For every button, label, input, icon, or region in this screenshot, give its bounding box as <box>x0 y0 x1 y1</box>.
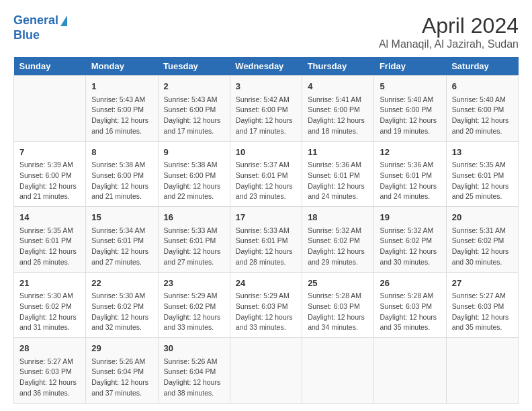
day-number: 12 <box>380 146 440 159</box>
calendar-cell <box>14 76 86 142</box>
calendar-cell: 14Sunrise: 5:35 AM Sunset: 6:01 PM Dayli… <box>14 207 86 273</box>
column-header-sunday: Sunday <box>14 57 86 76</box>
day-number: 22 <box>91 277 152 290</box>
column-header-monday: Monday <box>86 57 158 76</box>
day-number: 11 <box>308 146 368 159</box>
calendar-cell: 9Sunrise: 5:38 AM Sunset: 6:00 PM Daylig… <box>158 141 230 207</box>
calendar-body: 1Sunrise: 5:43 AM Sunset: 6:00 PM Daylig… <box>14 76 519 404</box>
day-number: 6 <box>452 80 513 93</box>
calendar-table: SundayMondayTuesdayWednesdayThursdayFrid… <box>13 57 519 404</box>
calendar-cell: 20Sunrise: 5:31 AM Sunset: 6:02 PM Dayli… <box>446 207 518 273</box>
calendar-cell: 3Sunrise: 5:42 AM Sunset: 6:00 PM Daylig… <box>230 76 302 142</box>
day-number: 3 <box>236 80 296 93</box>
calendar-cell: 17Sunrise: 5:33 AM Sunset: 6:01 PM Dayli… <box>230 207 302 273</box>
day-info: Sunrise: 5:40 AM Sunset: 6:00 PM Dayligh… <box>452 95 513 137</box>
page-subtitle: Al Manaqil, Al Jazirah, Sudan <box>379 38 519 50</box>
day-number: 26 <box>380 277 440 290</box>
column-header-friday: Friday <box>374 57 446 76</box>
day-number: 23 <box>164 277 224 290</box>
day-info: Sunrise: 5:30 AM Sunset: 6:02 PM Dayligh… <box>91 291 152 333</box>
week-row-1: 1Sunrise: 5:43 AM Sunset: 6:00 PM Daylig… <box>14 76 519 142</box>
day-info: Sunrise: 5:35 AM Sunset: 6:01 PM Dayligh… <box>452 160 513 202</box>
calendar-cell: 10Sunrise: 5:37 AM Sunset: 6:01 PM Dayli… <box>230 141 302 207</box>
week-row-5: 28Sunrise: 5:27 AM Sunset: 6:03 PM Dayli… <box>14 338 519 404</box>
calendar-cell: 13Sunrise: 5:35 AM Sunset: 6:01 PM Dayli… <box>446 141 518 207</box>
day-number: 18 <box>308 211 368 224</box>
day-number: 24 <box>236 277 296 290</box>
day-info: Sunrise: 5:37 AM Sunset: 6:01 PM Dayligh… <box>236 160 296 202</box>
calendar-cell: 1Sunrise: 5:43 AM Sunset: 6:00 PM Daylig… <box>86 76 158 142</box>
calendar-cell: 19Sunrise: 5:32 AM Sunset: 6:02 PM Dayli… <box>374 207 446 273</box>
logo-text: General <box>13 13 67 28</box>
calendar-cell: 16Sunrise: 5:33 AM Sunset: 6:01 PM Dayli… <box>158 207 230 273</box>
day-number: 9 <box>164 146 224 159</box>
calendar-cell: 23Sunrise: 5:29 AM Sunset: 6:02 PM Dayli… <box>158 272 230 338</box>
day-number: 27 <box>452 277 513 290</box>
day-info: Sunrise: 5:35 AM Sunset: 6:01 PM Dayligh… <box>19 226 80 268</box>
calendar-cell: 11Sunrise: 5:36 AM Sunset: 6:01 PM Dayli… <box>302 141 374 207</box>
day-info: Sunrise: 5:32 AM Sunset: 6:02 PM Dayligh… <box>380 226 440 268</box>
day-number: 20 <box>452 211 513 224</box>
day-info: Sunrise: 5:36 AM Sunset: 6:01 PM Dayligh… <box>380 160 440 202</box>
calendar-cell: 8Sunrise: 5:38 AM Sunset: 6:00 PM Daylig… <box>86 141 158 207</box>
day-info: Sunrise: 5:43 AM Sunset: 6:00 PM Dayligh… <box>91 95 152 137</box>
day-number: 29 <box>91 342 152 355</box>
week-row-4: 21Sunrise: 5:30 AM Sunset: 6:02 PM Dayli… <box>14 272 519 338</box>
day-number: 30 <box>164 342 224 355</box>
day-number: 13 <box>452 146 513 159</box>
day-number: 17 <box>236 211 296 224</box>
day-info: Sunrise: 5:38 AM Sunset: 6:00 PM Dayligh… <box>91 160 152 202</box>
calendar-cell: 2Sunrise: 5:43 AM Sunset: 6:00 PM Daylig… <box>158 76 230 142</box>
calendar-cell <box>230 338 302 404</box>
day-info: Sunrise: 5:40 AM Sunset: 6:00 PM Dayligh… <box>380 95 440 137</box>
day-info: Sunrise: 5:36 AM Sunset: 6:01 PM Dayligh… <box>308 160 368 202</box>
day-info: Sunrise: 5:32 AM Sunset: 6:02 PM Dayligh… <box>308 226 368 268</box>
calendar-cell: 24Sunrise: 5:29 AM Sunset: 6:03 PM Dayli… <box>230 272 302 338</box>
day-number: 16 <box>164 211 224 224</box>
calendar-cell: 26Sunrise: 5:28 AM Sunset: 6:03 PM Dayli… <box>374 272 446 338</box>
logo: General Blue <box>13 13 67 42</box>
calendar-cell: 18Sunrise: 5:32 AM Sunset: 6:02 PM Dayli… <box>302 207 374 273</box>
calendar-cell: 28Sunrise: 5:27 AM Sunset: 6:03 PM Dayli… <box>14 338 86 404</box>
calendar-cell: 22Sunrise: 5:30 AM Sunset: 6:02 PM Dayli… <box>86 272 158 338</box>
day-number: 4 <box>308 80 368 93</box>
day-number: 25 <box>308 277 368 290</box>
calendar-cell: 5Sunrise: 5:40 AM Sunset: 6:00 PM Daylig… <box>374 76 446 142</box>
day-number: 21 <box>19 277 80 290</box>
calendar-cell: 12Sunrise: 5:36 AM Sunset: 6:01 PM Dayli… <box>374 141 446 207</box>
day-info: Sunrise: 5:31 AM Sunset: 6:02 PM Dayligh… <box>452 226 513 268</box>
day-info: Sunrise: 5:38 AM Sunset: 6:00 PM Dayligh… <box>164 160 224 202</box>
calendar-cell: 30Sunrise: 5:26 AM Sunset: 6:04 PM Dayli… <box>158 338 230 404</box>
day-info: Sunrise: 5:43 AM Sunset: 6:00 PM Dayligh… <box>164 95 224 137</box>
calendar-cell: 21Sunrise: 5:30 AM Sunset: 6:02 PM Dayli… <box>14 272 86 338</box>
day-info: Sunrise: 5:28 AM Sunset: 6:03 PM Dayligh… <box>380 291 440 333</box>
day-number: 28 <box>19 342 80 355</box>
header: General Blue April 2024 Al Manaqil, Al J… <box>13 13 519 50</box>
day-info: Sunrise: 5:41 AM Sunset: 6:00 PM Dayligh… <box>308 95 368 137</box>
day-info: Sunrise: 5:39 AM Sunset: 6:00 PM Dayligh… <box>19 160 80 202</box>
day-info: Sunrise: 5:27 AM Sunset: 6:03 PM Dayligh… <box>19 357 80 399</box>
day-number: 19 <box>380 211 440 224</box>
day-info: Sunrise: 5:33 AM Sunset: 6:01 PM Dayligh… <box>236 226 296 268</box>
day-info: Sunrise: 5:28 AM Sunset: 6:03 PM Dayligh… <box>308 291 368 333</box>
day-number: 5 <box>380 80 440 93</box>
day-info: Sunrise: 5:30 AM Sunset: 6:02 PM Dayligh… <box>19 291 80 333</box>
day-number: 1 <box>91 80 152 93</box>
logo-text-blue: Blue <box>13 28 40 43</box>
day-info: Sunrise: 5:26 AM Sunset: 6:04 PM Dayligh… <box>164 357 224 399</box>
calendar-cell: 4Sunrise: 5:41 AM Sunset: 6:00 PM Daylig… <box>302 76 374 142</box>
calendar-cell: 15Sunrise: 5:34 AM Sunset: 6:01 PM Dayli… <box>86 207 158 273</box>
week-row-2: 7Sunrise: 5:39 AM Sunset: 6:00 PM Daylig… <box>14 141 519 207</box>
column-header-saturday: Saturday <box>446 57 518 76</box>
day-info: Sunrise: 5:26 AM Sunset: 6:04 PM Dayligh… <box>91 357 152 399</box>
calendar-cell: 25Sunrise: 5:28 AM Sunset: 6:03 PM Dayli… <box>302 272 374 338</box>
week-row-3: 14Sunrise: 5:35 AM Sunset: 6:01 PM Dayli… <box>14 207 519 273</box>
day-number: 15 <box>91 211 152 224</box>
day-info: Sunrise: 5:34 AM Sunset: 6:01 PM Dayligh… <box>91 226 152 268</box>
calendar-cell: 6Sunrise: 5:40 AM Sunset: 6:00 PM Daylig… <box>446 76 518 142</box>
column-header-thursday: Thursday <box>302 57 374 76</box>
calendar-cell <box>302 338 374 404</box>
column-header-tuesday: Tuesday <box>158 57 230 76</box>
day-number: 14 <box>19 211 80 224</box>
day-number: 2 <box>164 80 224 93</box>
